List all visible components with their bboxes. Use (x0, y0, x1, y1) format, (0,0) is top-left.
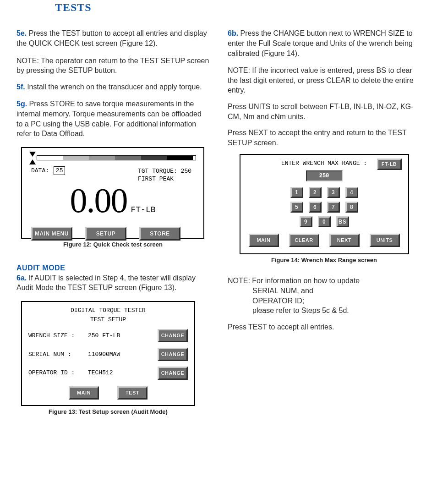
fig13-title-2: TEST SETUP (28, 316, 188, 324)
left-column: 5e. Press the TEST button to accept all … (16, 28, 209, 416)
step-5f: 5f. Install the wrench on the transducer… (16, 82, 209, 92)
note-body: If the incorrect value is entered, press… (228, 66, 414, 94)
test-button[interactable]: TEST (117, 386, 147, 400)
serial-num-label: SERIAL NUM : (28, 351, 88, 359)
note-body: The operator can return to the TEST SETU… (16, 57, 209, 75)
next-paragraph: Press NEXT to accept the entry and retur… (228, 128, 421, 148)
note3-line1: For information on how to update (252, 277, 360, 285)
torque-value: 0.00 (70, 177, 127, 224)
gauge-markers (29, 152, 36, 164)
setup-button[interactable]: SETUP (85, 227, 126, 241)
main-button[interactable]: MAIN (249, 234, 279, 247)
keypad-5[interactable]: 5 (290, 202, 303, 213)
step-6a: 6a. If AUDIT is selected in Step 4, the … (16, 273, 209, 293)
step-number: 6b. (228, 29, 238, 37)
enter-range-label: ENTER WRENCH MAX RANGE : (281, 160, 367, 167)
step-text: Install the wrench on the transducer and… (27, 83, 202, 91)
keypad-0[interactable]: 0 (318, 216, 331, 227)
data-label: DATA: (31, 167, 49, 174)
step-text: Press the CHANGE button next to WRENCH S… (228, 29, 413, 57)
step-text: Press the TEST button to accept all entr… (16, 29, 207, 47)
step-number: 5e. (16, 29, 27, 37)
units-button[interactable]: UNITS (370, 234, 400, 247)
note-prefix: NOTE: (16, 57, 39, 65)
fig14-header: ENTER WRENCH MAX RANGE : FT-LB 250 (246, 159, 403, 181)
step-text: Press STORE to save torque measurements … (16, 100, 202, 137)
unit-indicator: FT-LB (377, 159, 402, 170)
units-paragraph: Press UNITS to scroll between FT-LB, IN-… (228, 102, 421, 121)
fig12-button-row: MAIN MENU SETUP STORE (29, 227, 196, 241)
keypad-2[interactable]: 2 (309, 187, 322, 198)
figure-13-caption: Figure 13: Test Setup screen (Audit Mode… (16, 408, 200, 416)
numeric-keypad: 1 2 3 4 5 6 7 8 9 0 BS (246, 187, 403, 227)
two-column-layout: 5e. Press the TEST button to accept all … (0, 23, 437, 416)
main-button[interactable]: MAIN (69, 386, 99, 400)
fig14-button-row: MAIN CLEAR NEXT UNITS (246, 234, 403, 247)
step-number: 5f. (16, 83, 25, 91)
figure-13: DIGITAL TORQUE TESTER TEST SETUP WRENCH … (21, 301, 195, 405)
range-entry-field[interactable]: 250 (306, 170, 343, 181)
wrench-size-row: WRENCH SIZE : 250 FT-LB CHANGE (28, 329, 188, 342)
note-prefix: NOTE: (228, 277, 250, 285)
note3-line2: SERIAL NUM, and (228, 286, 421, 296)
figure-14-caption: Figure 14: Wrench Max Range screen (228, 256, 421, 264)
keypad-3[interactable]: 3 (327, 187, 340, 198)
keypad-7[interactable]: 7 (327, 202, 340, 213)
keypad-4[interactable]: 4 (345, 187, 358, 198)
operator-id-label: OPERATOR ID : (28, 369, 88, 377)
fig13-button-row: MAIN TEST (28, 386, 188, 400)
torque-readout: 0.00 FT-LB (29, 177, 196, 224)
press-test-paragraph: Press TEST to accept all entries. (228, 322, 421, 332)
wrench-size-value: 250 FT-LB (88, 332, 158, 340)
operator-id-value: TECH512 (88, 369, 158, 377)
page-title: TESTS (55, 0, 437, 15)
serial-num-row: SERIAL NUM : 110900MAW CHANGE (28, 348, 188, 361)
torque-unit: FT-LB (131, 204, 155, 215)
figure-12: TGT TORQUE: 250 FIRST PEAK DATA: 25 0.00… (21, 147, 204, 239)
keypad-8[interactable]: 8 (345, 202, 358, 213)
note-3: NOTE: For information on how to update S… (228, 276, 421, 315)
note-1: NOTE: The operator can return to the TES… (16, 56, 209, 76)
keypad-bs[interactable]: BS (336, 216, 349, 227)
first-peak-label: FIRST PEAK (138, 175, 191, 183)
note-2: NOTE: If the incorrect value is entered,… (228, 66, 421, 95)
gauge-gradient (37, 155, 196, 160)
gauge-bar (29, 152, 196, 164)
fig13-title-1: DIGITAL TORQUE TESTER (28, 307, 188, 315)
figure-12-caption: Figure 12: Quick Check test screen (16, 241, 209, 249)
data-value-box: 25 (54, 166, 66, 175)
step-text: If AUDIT is selected in Step 4, the test… (16, 274, 196, 292)
right-column: 6b. Press the CHANGE button next to WREN… (228, 28, 421, 416)
step-5g: 5g. Press STORE to save torque measureme… (16, 99, 209, 138)
target-torque-block: TGT TORQUE: 250 FIRST PEAK (138, 167, 191, 183)
store-button[interactable]: STORE (139, 227, 180, 241)
change-wrench-button[interactable]: CHANGE (158, 329, 188, 342)
step-number: 5g. (16, 100, 27, 108)
wrench-size-label: WRENCH SIZE : (28, 332, 88, 340)
keypad-1[interactable]: 1 (290, 187, 303, 198)
keypad-6[interactable]: 6 (309, 202, 322, 213)
next-button[interactable]: NEXT (329, 234, 360, 247)
change-operator-button[interactable]: CHANGE (158, 367, 188, 380)
change-serial-button[interactable]: CHANGE (158, 348, 188, 361)
audit-mode-heading: AUDIT MODE (16, 263, 209, 273)
main-menu-button[interactable]: MAIN MENU (31, 227, 72, 241)
target-torque-label: TGT TORQUE: 250 (138, 167, 191, 175)
triangle-down-icon (29, 152, 36, 157)
step-number: 6a. (16, 274, 27, 282)
figure-14: ENTER WRENCH MAX RANGE : FT-LB 250 1 2 3… (240, 154, 409, 254)
step-6b: 6b. Press the CHANGE button next to WREN… (228, 28, 421, 58)
step-5e: 5e. Press the TEST button to accept all … (16, 28, 209, 48)
triangle-up-icon (29, 159, 36, 164)
note-prefix: NOTE: (228, 66, 250, 74)
clear-button[interactable]: CLEAR (289, 234, 319, 247)
note3-line3: OPERATOR ID; (228, 296, 421, 306)
note3-line4: please refer to Steps 5c & 5d. (228, 306, 421, 316)
serial-num-value: 110900MAW (88, 351, 158, 359)
keypad-9[interactable]: 9 (300, 216, 312, 227)
operator-id-row: OPERATOR ID : TECH512 CHANGE (28, 367, 188, 380)
